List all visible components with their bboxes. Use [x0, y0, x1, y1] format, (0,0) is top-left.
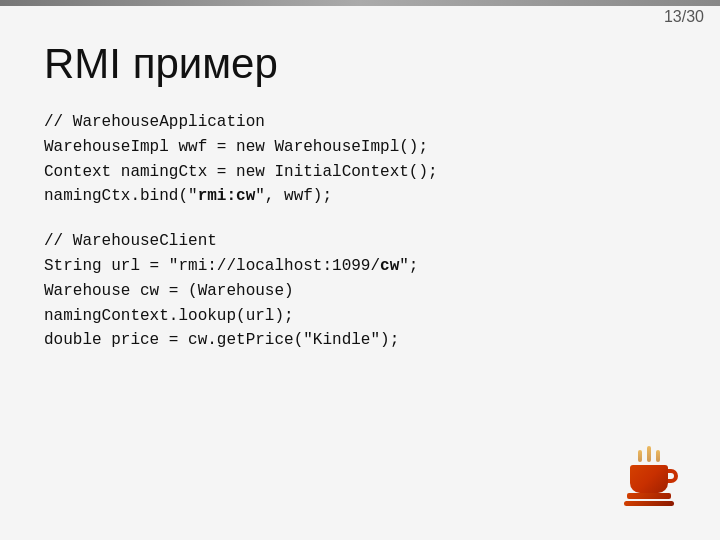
code-line-2-4: double price = cw.getPrice("Kindle");: [44, 328, 676, 353]
code-line-2-1: String url = "rmi://localhost:1099/cw";: [44, 254, 676, 279]
steam-line-3: [656, 450, 660, 462]
code-line-1-3: namingCtx.bind("rmi:cw", wwf);: [44, 184, 676, 209]
cup-base: [627, 493, 671, 499]
code-line-1-2: Context namingCtx = new InitialContext()…: [44, 160, 676, 185]
code-block: // WarehouseApplication WarehouseImpl ww…: [44, 110, 676, 373]
code-comment-1: // WarehouseApplication: [44, 110, 676, 135]
slide-number: 13/30: [664, 8, 704, 26]
code-section-1: // WarehouseApplication WarehouseImpl ww…: [44, 110, 676, 209]
steam-lines: [621, 450, 676, 462]
code-line-2-3: namingContext.lookup(url);: [44, 304, 676, 329]
cup-body: [630, 465, 668, 493]
code-comment-2: // WarehouseClient: [44, 229, 676, 254]
bold-rmi-cw-1: rmi:cw: [198, 187, 256, 205]
cup-saucer: [624, 501, 674, 506]
cup-handle: [668, 469, 678, 483]
java-cup: [621, 450, 676, 506]
code-line-2-2: Warehouse cw = (Warehouse): [44, 279, 676, 304]
java-icon: [621, 450, 676, 510]
top-bar: [0, 0, 720, 6]
slide-container: 13/30 RMI пример // WarehouseApplication…: [0, 0, 720, 540]
steam-line-2: [647, 446, 651, 462]
slide-title: RMI пример: [44, 40, 278, 88]
code-line-1-1: WarehouseImpl wwf = new WarehouseImpl();: [44, 135, 676, 160]
code-section-2: // WarehouseClient String url = "rmi://l…: [44, 229, 676, 353]
bold-cw: cw: [380, 257, 399, 275]
steam-line-1: [638, 450, 642, 462]
